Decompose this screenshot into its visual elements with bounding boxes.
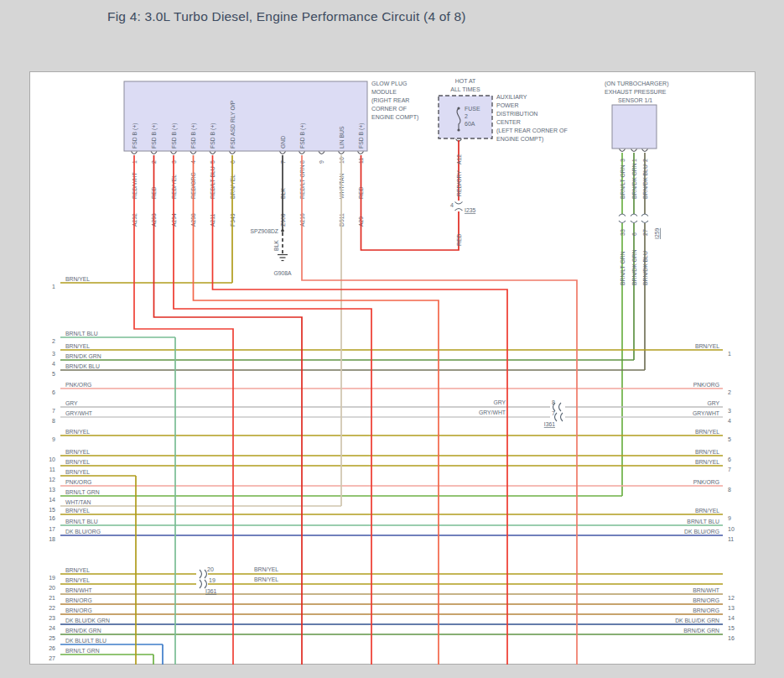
wire-label-left: BRN/DK GRN [65,628,101,634]
wire-number-left: 11 [49,467,55,472]
wire-number-right: 5 [728,436,731,442]
wiring-diagram: GLOW PLUG MODULE (RIGHT REAR CORNER OF E… [29,71,755,665]
wire-label-left: BRN/YEL [65,429,90,435]
wire-number-left: 24 [49,625,55,631]
connector-link-i361-gry[interactable]: I361 [544,421,555,427]
svg-text:GLOW PLUG: GLOW PLUG [371,81,407,86]
wire-number-left: 3 [52,351,55,357]
wire-number-right: 6 [728,456,731,462]
module-pin-name: GND [280,136,286,149]
module-pin-name: FSD B (+) [210,123,216,149]
wire-label-left: DK BLU/ORG [65,529,101,535]
wire-label-left: BRN/YEL [65,449,90,455]
wire-label-right: BRN/YEL [695,343,719,349]
svg-text:MODULE: MODULE [371,89,397,95]
exhaust-pressure-sensor-box [612,105,657,149]
svg-text:AUXILIARY: AUXILIARY [496,94,527,100]
mid-label-gry-wht: GRY/WHT [479,409,506,415]
module-pin-name: FSD B (+) [171,123,178,149]
wire-number-left: 8 [52,418,55,424]
module-pin-name: FSD B (+) [299,123,306,149]
wire-label-red-gry: RED/GRY [456,170,462,196]
svg-text:(RIGHT REAR: (RIGHT REAR [371,97,409,104]
wire-number-right: 4 [728,418,731,424]
module-pin-name: FSD B (+) [190,123,197,149]
wire-label-right: BRN/LT BLU [687,519,719,524]
sensor-pin-number: 1 [631,159,637,162]
wire-label-left: BRN/DK GRN [65,353,101,359]
wire-number-left: 18 [49,536,55,542]
connector-pin-8: 8 [552,399,555,405]
wire-label-left: BRN/DK BLU [65,363,100,369]
glow-plug-module-box [124,81,367,151]
wire-number-right: 11 [728,536,734,542]
wire-label-right: BRN/YEL [695,449,719,455]
wire-label-left: BRN/YEL [65,469,90,475]
svg-text:ALL TIMES: ALL TIMES [450,86,480,92]
wire-label-right: PNK/ORG [693,479,719,485]
module-pin-name: LIN BUS [339,126,345,149]
wire-color-label: BRN/DK BLU [642,164,648,199]
module-pin-name: FSD ASD RLY O/P [230,100,236,149]
svg-text:HOT AT: HOT AT [455,78,476,84]
svg-text:EXHAUST PRESSURE: EXHAUST PRESSURE [605,89,667,95]
connector-link-i259[interactable]: I259 [654,228,660,239]
svg-text:(ON TURBOCHARGER): (ON TURBOCHARGER) [605,81,668,87]
wire-label-right: BRN/WHT [693,587,719,593]
wire-label-right: DK BLU/ORG [684,529,719,535]
wire-number-left: 4 [52,361,55,367]
wire-number-left: 9 [52,436,55,442]
wire-number-right: 14 [728,615,735,621]
wire-label-right: BRN/YEL [695,429,719,435]
wire-label-right: GRY [707,400,719,406]
wire-label-left: PNK/ORG [65,479,91,485]
wire-label-right: GRY/WHT [693,410,719,416]
svg-text:CENTER: CENTER [496,119,521,125]
svg-text:SENSOR 1/1: SENSOR 1/1 [618,97,652,103]
wire-label-left: BRN/YEL [65,577,90,583]
svg-text:POWER: POWER [496,102,518,108]
wire-label-left: DK BLU/DK GRN [65,618,110,623]
wire-label-left: PNK/ORG [65,382,91,388]
wire-number-right: 7 [728,467,731,472]
wire-number-left: 7 [52,408,55,414]
wire-number-left: 25 [49,635,55,641]
ground-label: G908A [273,270,292,276]
wire-number-left: 5 [52,371,55,377]
splice-dot [281,229,284,232]
wire-number-right: 2 [728,389,731,395]
wire-label-left: BRN/YEL [65,343,90,349]
wire-number-left: 21 [49,595,55,601]
wire-label-blk: BLK [273,240,279,251]
wire-number-right: 1 [728,351,731,357]
svg-text:2: 2 [465,113,468,119]
svg-text:DISTRIBUTION: DISTRIBUTION [496,111,537,117]
connector-link-i361-yel[interactable]: I361 [205,588,216,594]
connector-pin-7: 7 [552,410,555,416]
wire-label-left: BRN/ORG [65,597,92,603]
connector-pin-4: 4 [450,202,454,208]
title-bar: Fig 4: 3.0L Turbo Diesel, Engine Perform… [0,0,784,71]
wire-label-right: PNK/ORG [693,382,719,388]
svg-text:ENGINE COMPT): ENGINE COMPT) [371,114,418,121]
connector-link-i235[interactable]: I235 [465,207,475,213]
wire-label-left: BRN/YEL [65,508,90,514]
svg-text:60A: 60A [465,121,475,127]
connector-pin-number: 33 [620,229,626,236]
wire-number-right: 16 [728,635,735,641]
wire-number-right: 9 [728,515,731,521]
wire-label-left: BRN/YEL [65,459,90,465]
wire-label-red: RED [456,234,462,246]
connector-pin-number: 27 [642,229,648,236]
wire-color-label: BRN/DK GRN [631,163,637,199]
wire-label-right: BRN/ORG [693,608,719,613]
connector-pin-19: 19 [209,577,215,583]
wire-number-right: 10 [728,526,735,532]
wire-number-left: 6 [52,389,55,395]
module-pin-name: FSD B (+) [151,123,158,149]
svg-text:CORNER OF: CORNER OF [371,106,407,112]
wire-label-right: BRN/DK GRN [683,628,719,634]
diagram-canvas: GLOW PLUG MODULE (RIGHT REAR CORNER OF E… [29,71,755,665]
wire-number-left: 2 [52,338,55,344]
fuse-pin-a12: A12 [456,154,462,164]
